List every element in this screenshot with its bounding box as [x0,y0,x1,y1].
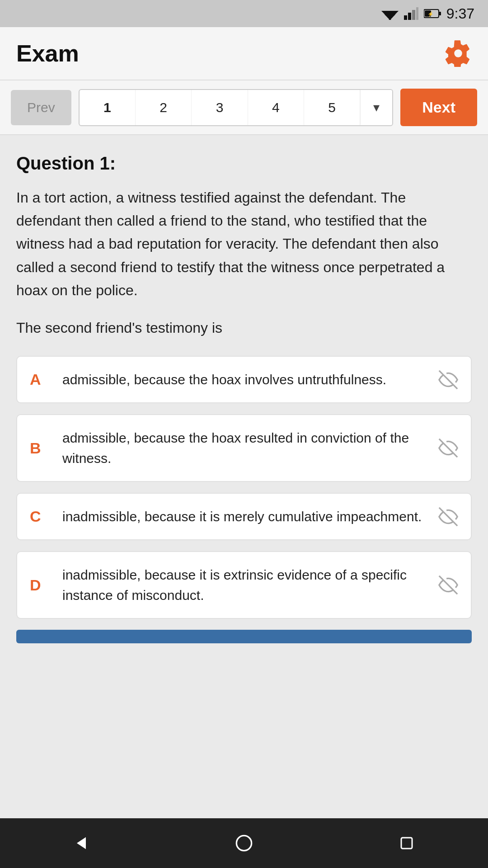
pagination-nav: Prev 1 2 3 4 5 ▾ Next [0,80,488,135]
page-title: Exam [16,40,79,67]
gear-icon[interactable] [445,40,472,67]
option-d-letter: D [30,576,55,594]
option-a-letter: A [30,371,55,388]
signal-icon [404,7,418,20]
back-button[interactable] [68,830,95,857]
option-d-text: inadmissible, because it is extrinsic ev… [55,565,438,605]
prev-button[interactable]: Prev [11,90,71,125]
svg-rect-6 [412,10,415,20]
eye-off-icon-c [438,507,458,527]
status-icons: ⚡ 9:37 [381,5,474,22]
status-bar: ⚡ 9:37 [0,0,488,27]
svg-text:⚡: ⚡ [427,11,434,17]
option-d[interactable]: D inadmissible, because it is extrinsic … [16,551,472,619]
eye-off-icon-b [438,438,458,458]
page-number-3[interactable]: 3 [192,90,248,125]
home-button[interactable] [230,830,258,857]
eye-off-icon-a [438,370,458,390]
battery-icon: ⚡ [424,9,441,19]
bottom-action-bar [16,630,472,643]
option-a[interactable]: A admissible, because the hoax involves … [16,356,472,403]
option-c[interactable]: C inadmissible, because it is merely cum… [16,493,472,540]
question-label: Question 1: [16,153,472,174]
svg-point-17 [236,835,251,850]
option-c-letter: C [30,508,55,525]
question-body: In a tort action, a witness testified ag… [16,186,472,302]
svg-rect-9 [439,12,441,15]
option-c-text: inadmissible, because it is merely cumul… [55,506,438,527]
svg-rect-5 [408,13,411,20]
svg-rect-18 [401,838,412,849]
option-b[interactable]: B admissible, because the hoax resulted … [16,414,472,482]
option-b-letter: B [30,439,55,457]
page-number-list: 1 2 3 4 5 ▾ [79,89,394,126]
app-header: Exam [0,27,488,80]
option-b-text: admissible, because the hoax resulted in… [55,428,438,468]
question-sub: The second friend's testimony is [16,316,472,340]
svg-rect-7 [416,7,418,20]
next-button[interactable]: Next [400,89,477,126]
status-time: 9:37 [446,5,474,22]
page-number-1[interactable]: 1 [80,90,136,125]
option-a-text: admissible, because the hoax involves un… [55,369,438,390]
page-dropdown-button[interactable]: ▾ [360,90,392,125]
page-number-4[interactable]: 4 [248,90,304,125]
recents-button[interactable] [393,830,420,857]
eye-off-icon-d [438,575,458,595]
wifi-icon [381,7,399,20]
system-nav-bar [0,818,488,868]
question-content: Question 1: In a tort action, a witness … [0,135,488,818]
svg-marker-16 [77,837,86,849]
svg-rect-4 [404,15,407,20]
page-number-2[interactable]: 2 [136,90,192,125]
page-number-5[interactable]: 5 [304,90,360,125]
